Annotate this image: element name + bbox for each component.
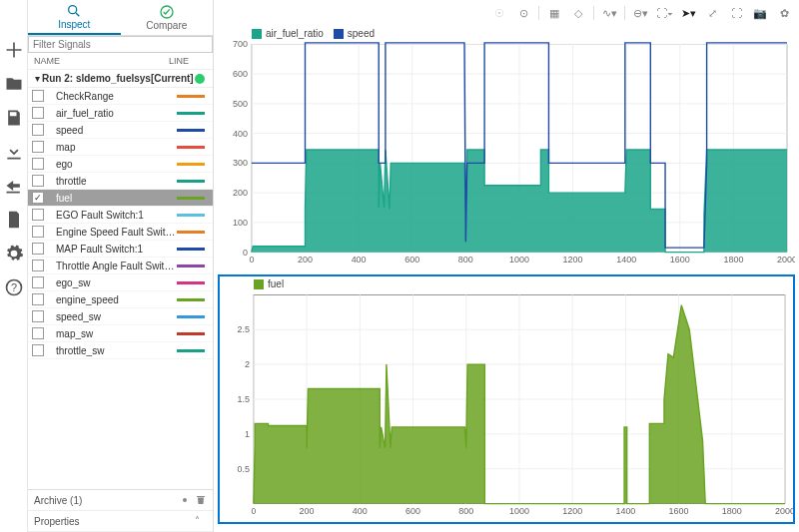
- line-swatch: [177, 214, 205, 217]
- folder-icon[interactable]: [4, 74, 24, 94]
- checkbox[interactable]: [32, 276, 44, 288]
- line-swatch: [177, 298, 205, 301]
- fullscreen-icon[interactable]: ⛶: [727, 4, 745, 22]
- signal-row[interactable]: speed_sw: [28, 308, 213, 325]
- gear-icon[interactable]: [4, 244, 24, 264]
- signal-row[interactable]: air_fuel_ratio: [28, 105, 213, 122]
- signal-row[interactable]: MAP Fault Switch:1: [28, 241, 213, 258]
- signal-list: CheckRange air_fuel_ratio speed map ego …: [28, 88, 213, 489]
- svg-text:1.5: 1.5: [237, 394, 249, 404]
- fit-icon[interactable]: ⤢: [703, 4, 721, 22]
- properties-row[interactable]: Properties ˄: [28, 511, 213, 532]
- fingerprint-icon[interactable]: ☉: [490, 4, 508, 22]
- signal-row[interactable]: speed: [28, 122, 213, 139]
- import-icon[interactable]: [4, 142, 24, 162]
- tab-label: Inspect: [58, 19, 90, 30]
- checkbox[interactable]: [32, 293, 44, 305]
- plot-bottom[interactable]: fuel 02004006008001000120014001600180020…: [218, 274, 795, 524]
- signal-row[interactable]: EGO Fault Switch:1: [28, 207, 213, 224]
- checkbox[interactable]: [32, 141, 44, 153]
- run-label: Run 2: sldemo_fuelsys[Current]: [42, 73, 195, 84]
- gear-icon[interactable]: [179, 494, 191, 506]
- line-swatch: [177, 146, 205, 149]
- run-indicator: [195, 74, 205, 84]
- trash-icon[interactable]: [195, 494, 207, 506]
- svg-text:1: 1: [245, 429, 250, 439]
- cursor-icon[interactable]: ➤▾: [679, 4, 697, 22]
- signal-row[interactable]: map_sw: [28, 325, 213, 342]
- clear-icon[interactable]: ◇: [569, 4, 587, 22]
- plot-top[interactable]: air_fuel_ratio speed 0200400600800100012…: [218, 26, 795, 270]
- svg-text:2.5: 2.5: [237, 324, 249, 334]
- signal-row[interactable]: throttle: [28, 173, 213, 190]
- svg-text:1400: 1400: [615, 506, 635, 516]
- line-swatch: [177, 248, 205, 251]
- run-row[interactable]: ▾ Run 2: sldemo_fuelsys[Current]: [28, 70, 213, 88]
- zoom-out-icon[interactable]: ⊖▾: [631, 4, 649, 22]
- caret-down-icon: ▾: [32, 73, 42, 84]
- svg-text:700: 700: [233, 39, 248, 49]
- checkbox[interactable]: [32, 344, 44, 356]
- filter-input[interactable]: [28, 36, 213, 53]
- help-icon[interactable]: ?: [4, 277, 24, 297]
- svg-text:1000: 1000: [509, 255, 529, 265]
- signal-name: air_fuel_ratio: [50, 108, 177, 119]
- legend-item: fuel: [268, 278, 284, 289]
- checkbox[interactable]: [32, 260, 44, 271]
- signal-row[interactable]: ego: [28, 156, 213, 173]
- plot-area: ☉ ⊙ ▦ ◇ ∿▾ ⊖▾ ⛶▾ ➤▾ ⤢ ⛶ 📷 ✿ air_fuel_rat…: [214, 0, 799, 532]
- archive-label: Archive (1): [34, 495, 175, 506]
- signal-row[interactable]: throttle_sw: [28, 342, 213, 359]
- line-swatch: [177, 197, 205, 200]
- settings-icon[interactable]: ✿: [775, 4, 793, 22]
- checkbox[interactable]: [32, 243, 44, 255]
- signal-name: ego_sw: [50, 277, 177, 288]
- archive-row[interactable]: Archive (1): [28, 490, 213, 511]
- checkbox[interactable]: [32, 158, 44, 170]
- checkbox[interactable]: [32, 107, 44, 119]
- save-icon[interactable]: [4, 108, 24, 128]
- signal-row[interactable]: ✓ fuel: [28, 190, 213, 207]
- signal-row[interactable]: CheckRange: [28, 88, 213, 105]
- checkbox[interactable]: [32, 327, 44, 339]
- signal-row[interactable]: Engine Speed Fault Switch:1: [28, 224, 213, 241]
- checkbox[interactable]: ✓: [32, 192, 44, 204]
- add-icon[interactable]: [4, 40, 24, 60]
- tab-inspect[interactable]: Inspect: [28, 0, 121, 35]
- checkbox[interactable]: [32, 226, 44, 238]
- svg-text:100: 100: [233, 218, 248, 228]
- svg-text:1800: 1800: [723, 255, 743, 265]
- tab-compare[interactable]: Compare: [121, 0, 214, 35]
- legend: air_fuel_ratio speed: [252, 28, 375, 39]
- checkbox[interactable]: [32, 209, 44, 221]
- signal-row[interactable]: map: [28, 139, 213, 156]
- document-icon[interactable]: [4, 210, 24, 230]
- svg-text:0.5: 0.5: [237, 464, 249, 474]
- signal-row[interactable]: engine_speed: [28, 291, 213, 308]
- column-header: NAME LINE: [28, 53, 213, 70]
- signal-wave-icon[interactable]: ∿▾: [600, 4, 618, 22]
- svg-text:1200: 1200: [562, 506, 582, 516]
- line-swatch: [177, 265, 205, 267]
- search-icon: [66, 3, 82, 19]
- line-swatch: [177, 231, 205, 234]
- checkbox[interactable]: [32, 90, 44, 102]
- signal-row[interactable]: ego_sw: [28, 274, 213, 291]
- play-circle-icon[interactable]: ⊙: [514, 4, 532, 22]
- line-swatch: [177, 112, 205, 115]
- signal-panel: Inspect Compare NAME LINE ▾ Run 2: sldem…: [28, 0, 214, 532]
- vertical-toolbar: ?: [0, 0, 28, 532]
- svg-text:400: 400: [352, 255, 367, 265]
- checkbox[interactable]: [32, 175, 44, 187]
- export-icon[interactable]: [4, 176, 24, 196]
- svg-text:1800: 1800: [722, 506, 742, 516]
- svg-text:2: 2: [245, 359, 250, 369]
- zoom-region-icon[interactable]: ⛶▾: [655, 4, 673, 22]
- line-swatch: [177, 180, 205, 183]
- grid-icon[interactable]: ▦: [545, 4, 563, 22]
- svg-text:2000: 2000: [777, 255, 795, 265]
- camera-icon[interactable]: 📷: [751, 4, 769, 22]
- signal-row[interactable]: Throttle Angle Fault Switch:1: [28, 258, 213, 274]
- checkbox[interactable]: [32, 310, 44, 322]
- checkbox[interactable]: [32, 124, 44, 136]
